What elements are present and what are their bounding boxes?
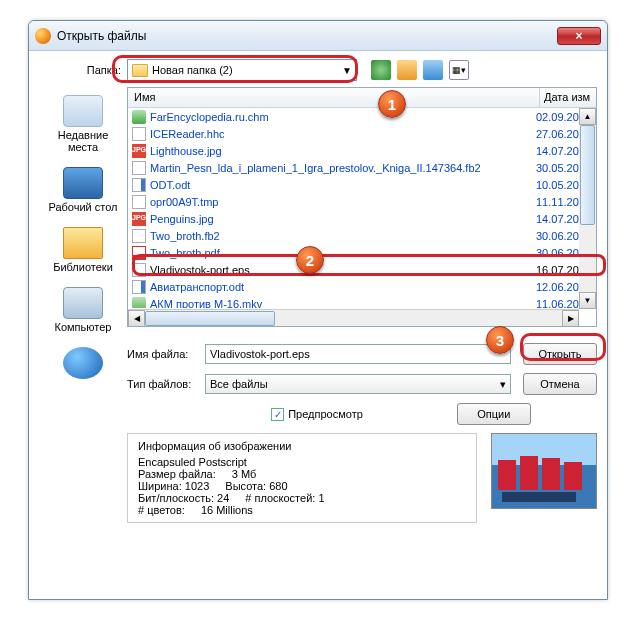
- file-row[interactable]: JPGPenguins.jpg14.07.20: [128, 210, 596, 227]
- info-bpp-lbl: Бит/плоскость:: [138, 492, 214, 504]
- image-info-frame: Информация об изображении Encapsuled Pos…: [127, 433, 477, 523]
- file-type-icon: [132, 127, 146, 141]
- file-type-icon: [132, 246, 146, 260]
- filetype-combo[interactable]: Все файлы ▾: [205, 374, 511, 394]
- open-button[interactable]: Открыть: [523, 343, 597, 365]
- folder-icon: [132, 64, 148, 77]
- file-type-icon: [132, 263, 146, 277]
- file-type-icon: JPG: [132, 144, 146, 158]
- file-name: JPGPenguins.jpg: [132, 212, 536, 226]
- file-type-icon: [132, 297, 146, 309]
- info-colors: 16 Millions: [201, 504, 253, 516]
- file-row[interactable]: Авиатранспорт.odt12.06.20: [128, 278, 596, 295]
- libraries-icon: [63, 227, 103, 259]
- file-name: Two_broth.pdf: [132, 246, 536, 260]
- preview-label: Предпросмотр: [288, 408, 363, 420]
- desktop-icon: [63, 167, 103, 199]
- file-row[interactable]: FarEncyclopedia.ru.chm02.09.20: [128, 108, 596, 125]
- file-name: Vladivostok-port.eps: [132, 263, 536, 277]
- sidebar-item-recent[interactable]: Недавние места: [43, 95, 123, 153]
- info-section: Информация об изображении Encapsuled Pos…: [127, 433, 597, 523]
- places-sidebar: Недавние места Рабочий стол Библиотеки К…: [39, 87, 127, 523]
- info-bpp: 24: [217, 492, 229, 504]
- preview-checkbox[interactable]: ✓: [271, 408, 284, 421]
- col-name[interactable]: Имя: [128, 88, 540, 107]
- sidebar-item-label: Рабочий стол: [48, 201, 117, 213]
- info-size-lbl: Размер файла:: [138, 468, 216, 480]
- info-h-lbl: Высота:: [225, 480, 266, 492]
- up-folder-icon[interactable]: [397, 60, 417, 80]
- scroll-up-icon[interactable]: ▲: [579, 108, 596, 125]
- back-icon[interactable]: [371, 60, 391, 80]
- vscroll-track[interactable]: [579, 125, 596, 292]
- file-type-icon: [132, 161, 146, 175]
- cancel-button[interactable]: Отмена: [523, 373, 597, 395]
- file-row[interactable]: Martin_Pesn_lda_i_plameni_1_Igra_prestol…: [128, 159, 596, 176]
- app-icon: [35, 28, 51, 44]
- file-row[interactable]: JPGLighthouse.jpg14.07.20: [128, 142, 596, 159]
- file-name: opr00A9T.tmp: [132, 195, 536, 209]
- file-name: Авиатранспорт.odt: [132, 280, 536, 294]
- file-row[interactable]: ICEReader.hhc27.06.20: [128, 125, 596, 142]
- filetype-label: Тип файлов:: [127, 378, 205, 390]
- file-name: ODT.odt: [132, 178, 536, 192]
- file-row[interactable]: АКМ против М-16.mkv11.06.20: [128, 295, 596, 308]
- file-list: Имя Дата изм FarEncyclopedia.ru.chm02.09…: [127, 87, 597, 327]
- list-body[interactable]: FarEncyclopedia.ru.chm02.09.20ICEReader.…: [128, 108, 596, 308]
- new-folder-icon[interactable]: [423, 60, 443, 80]
- file-type-icon: [132, 195, 146, 209]
- hscroll-track[interactable]: [145, 310, 562, 327]
- scroll-left-icon[interactable]: ◀: [128, 310, 145, 327]
- filename-row: Имя файла: Открыть: [127, 343, 597, 365]
- file-row[interactable]: ODT.odt10.05.20: [128, 176, 596, 193]
- scroll-right-icon[interactable]: ▶: [562, 310, 579, 327]
- file-type-icon: JPG: [132, 212, 146, 226]
- file-row[interactable]: Two_broth.fb230.06.20: [128, 227, 596, 244]
- info-planes-lbl: # плоскостей:: [245, 492, 315, 504]
- filename-input[interactable]: [205, 344, 511, 364]
- close-button[interactable]: ×: [557, 27, 601, 45]
- file-type-icon: [132, 280, 146, 294]
- info-h: 680: [269, 480, 287, 492]
- scroll-down-icon[interactable]: ▼: [579, 292, 596, 309]
- sidebar-item-label: Библиотеки: [53, 261, 113, 273]
- open-file-dialog: Открыть файлы × Папка: Новая папка (2) ▼…: [28, 20, 608, 600]
- file-type-icon: [132, 229, 146, 243]
- badge-1: 1: [378, 90, 406, 118]
- sidebar-item-network[interactable]: [43, 347, 123, 381]
- file-name: ICEReader.hhc: [132, 127, 536, 141]
- col-date[interactable]: Дата изм: [540, 88, 596, 107]
- options-button[interactable]: Опции: [457, 403, 531, 425]
- folder-combo[interactable]: Новая папка (2) ▼: [127, 59, 357, 81]
- info-title: Информация об изображении: [138, 440, 466, 452]
- titlebar: Открыть файлы ×: [29, 21, 607, 51]
- hscroll-thumb[interactable]: [145, 311, 275, 326]
- folder-name: Новая папка (2): [152, 64, 342, 76]
- vscroll-thumb[interactable]: [580, 125, 595, 225]
- filetype-value: Все файлы: [210, 378, 268, 390]
- fields: Имя файла: Открыть Тип файлов: Все файлы…: [127, 343, 597, 433]
- sidebar-item-label: Недавние места: [43, 129, 123, 153]
- badge-2: 2: [296, 246, 324, 274]
- sidebar-item-libraries[interactable]: Библиотеки: [43, 227, 123, 273]
- file-row[interactable]: opr00A9T.tmp11.11.20: [128, 193, 596, 210]
- view-menu-button[interactable]: ▦▾: [449, 60, 469, 80]
- info-size: 3 Мб: [232, 468, 257, 480]
- file-row[interactable]: Vladivostok-port.eps16.07.20: [128, 261, 596, 278]
- info-planes: 1: [318, 492, 324, 504]
- file-name: АКМ против М-16.mkv: [132, 297, 536, 309]
- info-w-lbl: Ширина:: [138, 480, 182, 492]
- sidebar-item-label: Компьютер: [55, 321, 112, 333]
- sidebar-item-computer[interactable]: Компьютер: [43, 287, 123, 333]
- list-header: Имя Дата изм: [128, 88, 596, 108]
- vertical-scrollbar[interactable]: ▲ ▼: [579, 108, 596, 309]
- info-format: Encapsuled Postscript: [138, 456, 466, 468]
- sidebar-item-desktop[interactable]: Рабочий стол: [43, 167, 123, 213]
- horizontal-scrollbar[interactable]: ◀ ▶: [128, 309, 579, 326]
- file-name: FarEncyclopedia.ru.chm: [132, 110, 536, 124]
- computer-icon: [63, 287, 103, 319]
- filename-label: Имя файла:: [127, 348, 205, 360]
- file-row[interactable]: Two_broth.pdf30.06.20: [128, 244, 596, 261]
- chevron-down-icon: ▼: [342, 65, 352, 76]
- folder-toolbar: ▦▾: [371, 60, 469, 80]
